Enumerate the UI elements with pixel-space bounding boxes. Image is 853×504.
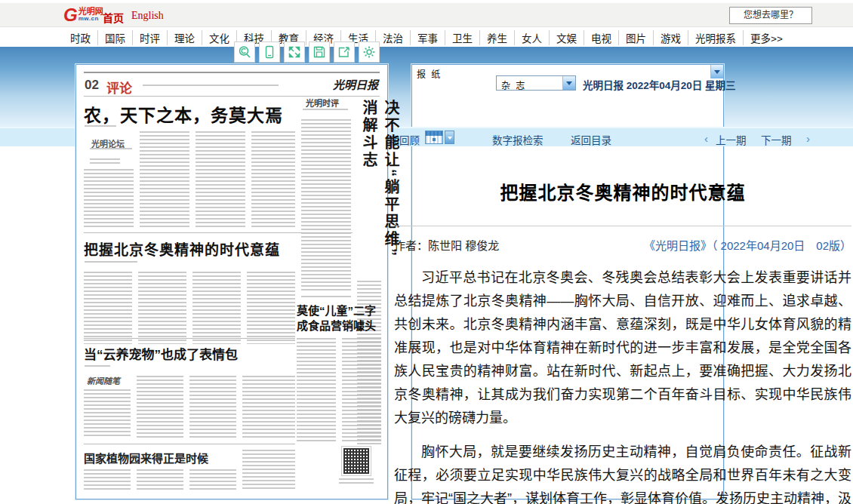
paper-author-mark (85, 261, 137, 265)
calendar-picker[interactable] (425, 131, 454, 144)
nav-item-yangsheng[interactable]: 养生 (479, 30, 514, 45)
save-icon[interactable] (309, 41, 330, 63)
calendar-dropdown-icon (445, 131, 454, 144)
paper-headline-pets: 当“云养宠物”也成了表情包 (84, 344, 238, 363)
home-link[interactable]: 首页 (103, 10, 124, 25)
nav-item-weisheng[interactable]: 卫生 (445, 30, 479, 45)
english-link[interactable]: English (131, 10, 164, 22)
prev-issue-link[interactable]: 上一期 (716, 132, 747, 147)
paper-header-meta (143, 85, 279, 88)
text-column (138, 272, 186, 344)
magazine-select[interactable]: 杂 志 (496, 75, 576, 91)
chevron-down-icon[interactable] (562, 76, 575, 90)
nav-item-lilun[interactable]: 理论 (167, 30, 202, 45)
nav-item-guoji[interactable]: 国际 (97, 30, 132, 45)
paper-headline-garden: 国家植物园来得正是时候 (84, 450, 208, 466)
text-column (247, 272, 295, 344)
source-paper-link[interactable]: 《光明日报》 (644, 239, 712, 252)
paper-masthead: 光明日报 (333, 76, 378, 92)
article-source: 《光明日报》（ 2022年04月20日 02版） (644, 237, 851, 253)
settings-icon[interactable] (359, 41, 380, 63)
paper-headline-main: 农，天下之本，务莫大焉 (84, 101, 283, 127)
nav-item-youxi[interactable]: 游戏 (653, 30, 688, 45)
gmw-logo[interactable]: G 光明网 mw.cn (63, 5, 103, 25)
article-author: 作者：陈世阳 穆俊龙 (394, 237, 499, 253)
review-badge: 光明时评 (306, 97, 339, 109)
paper-page-number: 02 (85, 78, 99, 93)
reader-toolbar (234, 41, 380, 63)
nav-item-fazhi[interactable]: 法治 (375, 30, 410, 45)
paper-top-rule (84, 72, 380, 73)
nav-item-shizheng[interactable]: 时政 (63, 30, 97, 45)
text-column (84, 272, 132, 344)
next-arrow-icon[interactable]: › (806, 132, 810, 145)
nav-item-wenyu[interactable]: 文娱 (549, 30, 584, 45)
paper-author-mark (85, 125, 116, 129)
mobile-read-icon[interactable] (259, 41, 280, 63)
prev-arrow-icon[interactable]: ‹ (704, 132, 708, 145)
text-column (84, 169, 134, 228)
paper-headline-right-1: 莫使“儿童”二字 (297, 303, 376, 318)
calendar-icon (425, 131, 443, 144)
text-column (251, 131, 295, 228)
forum-signature (90, 158, 120, 164)
text-column (196, 131, 245, 228)
fullscreen-icon[interactable] (284, 41, 305, 63)
nav-item-more[interactable]: 更多>> (743, 30, 790, 45)
text-column (137, 469, 183, 490)
qr-code (342, 447, 371, 475)
divider (84, 232, 353, 233)
notes-badge: 新闻随笔 (87, 374, 120, 386)
logo-g: G (63, 6, 78, 24)
nav-item-wenhua[interactable]: 文化 (202, 30, 236, 45)
text-column (297, 338, 336, 444)
next-issue-link[interactable]: 下一期 (761, 132, 792, 147)
article: 把握北京冬奥精神的时代意蕴 作者：陈世阳 穆俊龙 《光明日报》（ 2022年04… (394, 148, 851, 504)
text-column (140, 131, 189, 228)
top-utility-bar: G 光明网 mw.cn 首页 English 您想去哪里？ (0, 3, 853, 27)
text-column (301, 296, 351, 299)
newspaper-page-preview[interactable]: 02 评论 光明日报 农，天下之本，务莫大焉 光明论坛 光明时评 决不能让“躺平… (75, 64, 388, 499)
forum-badge-sub (90, 148, 132, 152)
text-column (84, 469, 131, 490)
magazine-select-value: 杂 志 (501, 78, 526, 91)
divider (84, 444, 295, 444)
qr-caption (339, 478, 374, 486)
logo-name-en: mw.cn (79, 15, 103, 22)
logo-name-cn: 光明网 (79, 8, 103, 15)
page-root: G 光明网 mw.cn 首页 English 您想去哪里？ 时政 国际 时评 理… (0, 0, 853, 504)
nav-item-shiping[interactable]: 时评 (132, 30, 167, 45)
nav-item-tupian[interactable]: 图片 (618, 30, 653, 45)
text-column (137, 376, 183, 438)
text-column (242, 450, 295, 490)
paper-author-mark (85, 365, 110, 369)
text-column (301, 119, 351, 291)
text-column (189, 376, 236, 438)
article-body: 习近平总书记在北京冬奥会、冬残奥会总结表彰大会上发表重要讲话并总结提炼了北京冬奥… (394, 266, 851, 504)
masthead-date: 光明日报 2022年04月20日 星期三 (583, 77, 736, 92)
article-paragraph: 习近平总书记在北京冬奥会、冬残奥会总结表彰大会上发表重要讲话并总结提炼了北京冬奥… (394, 266, 851, 430)
text-column (189, 469, 236, 490)
paper-headline-right-2: 成食品营销噱头 (297, 318, 376, 333)
nav-item-gmbaoxi[interactable]: 光明报系 (688, 30, 743, 45)
digital-search-link[interactable]: 数字报检索 (492, 132, 544, 147)
paper-headline-center: 把握北京冬奥精神的时代意蕴 (84, 238, 280, 259)
share-icon[interactable] (334, 41, 355, 63)
source-issue: （ 2022年04月20日 02版） (712, 239, 851, 252)
text-column (192, 272, 241, 344)
return-catalog-link[interactable]: 返回目录 (571, 132, 611, 147)
article-paragraph: 胸怀大局，就是要继续发扬历史主动精神，自觉肩负使命责任。征战新征程，必须要立足实… (394, 441, 851, 504)
title-divider (394, 226, 851, 226)
text-column (84, 389, 131, 438)
goto-select[interactable]: 您想去哪里？ (729, 7, 812, 24)
nav-item-junshi[interactable]: 军事 (410, 30, 445, 45)
review-badge-sub (303, 109, 348, 112)
paper-select-value: 报 纸 (417, 67, 442, 80)
main-nav: 时政 国际 时评 理论 文化 科技 教育 经济 生活 法治 军事 卫生 养生 女… (0, 28, 853, 47)
nav-item-nvren[interactable]: 女人 (514, 30, 549, 45)
paper-section-name: 评论 (106, 78, 132, 97)
zoom-search-icon[interactable] (234, 41, 255, 63)
text-column (342, 338, 381, 444)
nav-item-dianshi[interactable]: 电视 (584, 30, 618, 45)
text-column (242, 376, 295, 438)
